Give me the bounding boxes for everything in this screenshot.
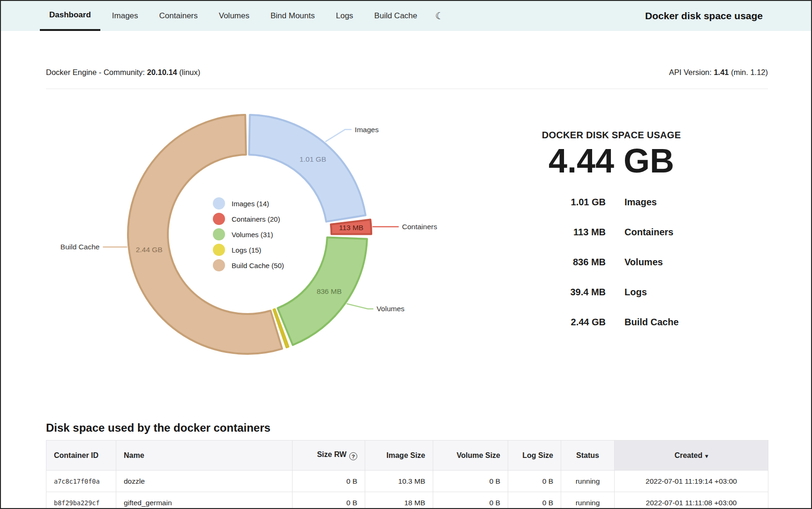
legend-label: Volumes (31) — [232, 231, 273, 239]
legend-swatch-build-cache — [213, 259, 225, 271]
summary-label: Logs — [624, 287, 647, 298]
legend-label: Images (14) — [232, 200, 269, 208]
summary-label: Volumes — [624, 257, 663, 268]
tab-containers[interactable]: Containers — [150, 1, 207, 31]
api-version: 1.41 — [714, 68, 729, 76]
tab-dashboard[interactable]: Dashboard — [40, 1, 100, 31]
legend-label: Build Cache (50) — [232, 262, 284, 269]
cell-created: 2022-07-01 11:19:14 +03:00 — [615, 471, 768, 492]
containers-table-heading: Disk space used by the docker containers — [46, 421, 271, 434]
col-label: Container ID — [54, 451, 98, 459]
legend-item-volumes[interactable]: Volumes (31) — [213, 228, 284, 240]
donut-callout-label-images: Images — [355, 126, 379, 134]
donut-callout-line-volumes — [346, 304, 373, 309]
dark-mode-toggle[interactable]: ☾ — [435, 1, 444, 31]
cell-size-rw: 0 B — [293, 492, 365, 509]
col-container-id[interactable]: Container ID — [46, 441, 116, 471]
col-label: Log Size — [522, 451, 553, 459]
tab-bind-mounts[interactable]: Bind Mounts — [261, 1, 324, 31]
tab-volumes[interactable]: Volumes — [210, 1, 259, 31]
docker-disk-usage-app: { "nav": { "tabs": [ { "label": "Dashboa… — [0, 0, 812, 509]
summary-size: 1.01 GB — [518, 197, 606, 208]
summary-row-images: 1.01 GB Images — [518, 196, 705, 208]
legend-item-images[interactable]: Images (14) — [213, 197, 284, 210]
cell-log-size: 0 B — [508, 492, 561, 509]
engine-version: 20.10.14 — [147, 68, 177, 76]
engine-version-info: Docker Engine - Community: 20.10.14 (lin… — [46, 67, 200, 77]
col-created[interactable]: Created▾ — [615, 441, 768, 471]
summary-size: 113 MB — [518, 227, 606, 238]
col-volume-size[interactable]: Volume Size — [433, 441, 508, 471]
legend-label: Logs (15) — [232, 246, 261, 254]
engine-info-row: Docker Engine - Community: 20.10.14 (lin… — [46, 67, 768, 77]
legend-swatch-containers — [213, 213, 225, 225]
summary-title: DOCKER DISK SPACE USAGE — [518, 129, 705, 141]
summary-label: Images — [624, 197, 657, 208]
summary-row-volumes: 836 MB Volumes — [518, 256, 705, 268]
summary-size: 2.44 GB — [518, 317, 606, 328]
donut-segment-containers[interactable] — [331, 219, 371, 234]
tab-logs[interactable]: Logs — [326, 1, 362, 31]
cell-size-rw: 0 B — [293, 471, 365, 492]
app-title: Docker disk space usage — [645, 1, 763, 31]
cell-created: 2022-07-01 11:11:08 +03:00 — [615, 492, 768, 509]
summary-rows: 1.01 GB Images 113 MB Containers 836 MB … — [518, 196, 705, 346]
api-label: API Version: — [669, 68, 712, 76]
legend-item-build-cache[interactable]: Build Cache (50) — [213, 259, 284, 271]
cell-status: running — [561, 471, 615, 492]
cell-status: running — [561, 492, 615, 509]
col-name[interactable]: Name — [116, 441, 293, 471]
main-content: Docker Engine - Community: 20.10.14 (lin… — [1, 31, 811, 508]
sort-desc-icon: ▾ — [705, 453, 708, 459]
table-row: a7c8c17f0f0a dozzle 0 B 10.3 MB 0 B 0 B … — [46, 471, 768, 492]
nav-bar: Dashboard Images Containers Volumes Bind… — [1, 1, 811, 31]
donut-callout-label-volumes: Volumes — [376, 305, 405, 313]
help-icon[interactable]: ? — [349, 452, 357, 460]
col-label: Name — [124, 451, 144, 459]
chart-legend: Images (14) Containers (20) Volumes (31)… — [213, 197, 284, 271]
engine-name: Docker Engine - Community: — [46, 68, 145, 76]
summary-row-build-cache: 2.44 GB Build Cache — [518, 316, 705, 328]
summary-size: 836 MB — [518, 257, 606, 268]
col-status[interactable]: Status — [561, 441, 615, 471]
cell-volume-size: 0 B — [433, 471, 508, 492]
cell-image-size: 18 MB — [365, 492, 433, 509]
donut-segment-volumes[interactable] — [278, 237, 367, 345]
col-image-size[interactable]: Image Size — [365, 441, 433, 471]
cell-name: gifted_germain — [116, 492, 293, 509]
engine-platform: (linux) — [179, 68, 200, 76]
legend-swatch-volumes — [213, 228, 225, 240]
tab-build-cache[interactable]: Build Cache — [365, 1, 427, 31]
cell-log-size: 0 B — [508, 471, 561, 492]
legend-item-containers[interactable]: Containers (20) — [213, 213, 284, 225]
donut-callout-line-images — [325, 129, 352, 142]
summary-row-containers: 113 MB Containers — [518, 226, 705, 238]
tab-images[interactable]: Images — [103, 1, 148, 31]
col-size-rw[interactable]: Size RW? — [293, 441, 365, 471]
summary-row-logs: 39.4 MB Logs — [518, 286, 705, 298]
donut-callout-label-build-cache: Build Cache — [60, 243, 100, 251]
donut-callout-label-containers: Containers — [402, 223, 437, 231]
moon-icon: ☾ — [435, 10, 444, 22]
col-label: Size RW — [317, 450, 346, 458]
summary-total: 4.44 GB — [518, 142, 705, 180]
usage-summary: DOCKER DISK SPACE USAGE 4.44 GB 1.01 GB … — [518, 129, 705, 141]
col-label: Volume Size — [457, 451, 500, 459]
legend-swatch-logs — [213, 244, 225, 256]
legend-label: Containers (20) — [232, 215, 280, 223]
legend-item-logs[interactable]: Logs (15) — [213, 244, 284, 256]
col-log-size[interactable]: Log Size — [508, 441, 561, 471]
cell-volume-size: 0 B — [433, 492, 508, 509]
legend-swatch-images — [213, 197, 225, 210]
cell-name: dozzle — [116, 471, 293, 492]
summary-size: 39.4 MB — [518, 287, 606, 298]
section-divider — [46, 89, 768, 89]
cell-container-id: a7c8c17f0f0a — [46, 471, 116, 492]
col-label: Created — [675, 451, 703, 459]
summary-label: Build Cache — [624, 317, 679, 328]
containers-table: Container ID Name Size RW? Image Size Vo… — [46, 440, 768, 508]
cell-container-id: b8f29ba229cf — [46, 492, 116, 509]
api-min-version: (min. 1.12) — [731, 68, 768, 76]
table-row: b8f29ba229cf gifted_germain 0 B 18 MB 0 … — [46, 492, 768, 509]
table-header-row: Container ID Name Size RW? Image Size Vo… — [46, 441, 768, 471]
